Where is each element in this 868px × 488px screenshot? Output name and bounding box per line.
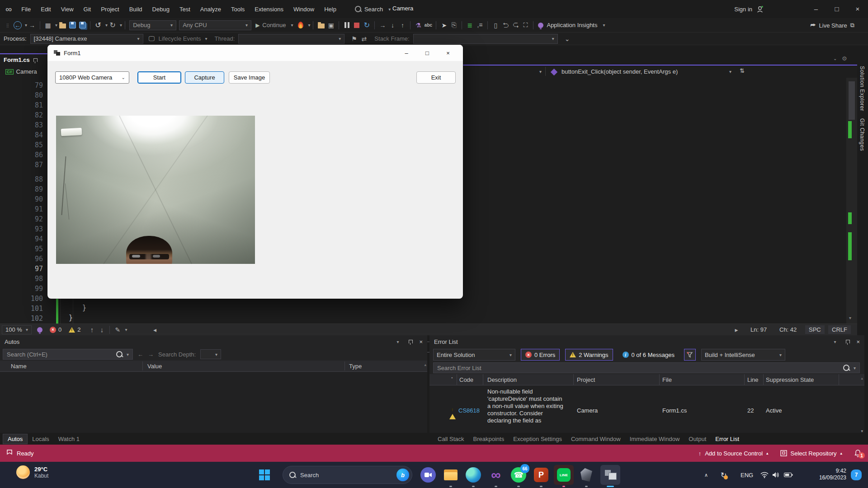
scroll-up-icon[interactable]: ▴ (424, 362, 426, 367)
warning-count-icon[interactable] (69, 327, 75, 333)
form-maximize-button[interactable]: □ (417, 45, 438, 61)
menu-file[interactable]: File (16, 6, 36, 13)
sync-status-icon[interactable]: ↻ (721, 462, 726, 488)
tab-locals[interactable]: Locals (28, 434, 54, 444)
live-share-button[interactable]: ⮫ Live Share ⧉ (810, 18, 854, 33)
column-description[interactable]: Description (487, 376, 517, 383)
menu-help[interactable]: Help (319, 6, 341, 13)
search-menu-button[interactable]: Search ▾ (355, 6, 391, 13)
menu-project[interactable]: Project (96, 6, 124, 13)
pause-icon[interactable] (342, 20, 352, 30)
hot-reload-icon[interactable] (296, 20, 306, 30)
search-depth-combo[interactable]: ▾ (200, 349, 221, 359)
menu-edit[interactable]: Edit (36, 6, 56, 13)
whatsapp-button[interactable]: ☎ 66 (509, 465, 528, 485)
scrollbar-thumb[interactable] (849, 81, 855, 120)
close-icon[interactable]: × (419, 338, 423, 345)
autos-body[interactable] (0, 372, 427, 433)
panel-menu-chevron-icon[interactable]: ▾ (834, 339, 836, 344)
previous-issue-icon[interactable]: ↑ (87, 325, 97, 335)
save-image-button[interactable]: Save Image (229, 71, 270, 84)
new-project-icon[interactable]: ▦ (43, 20, 53, 30)
minimize-button[interactable]: – (806, 0, 826, 17)
obsidian-button[interactable] (576, 465, 596, 485)
tab-list-chevron-icon[interactable]: ⌄ (833, 56, 837, 61)
error-row[interactable]: CS8618 Non-nullable field 'captureDevice… (429, 385, 864, 435)
device-portrait-icon[interactable]: ▯ (491, 20, 500, 30)
exit-button[interactable]: Exit (416, 71, 456, 84)
scroll-left-icon[interactable]: ◂ (150, 325, 160, 335)
tab-call-stack[interactable]: Call Stack (433, 434, 469, 444)
save-all-icon[interactable] (77, 20, 87, 30)
indent-icon[interactable]: ⹁≡ (475, 20, 485, 30)
column-line[interactable]: Line (747, 376, 759, 383)
tab-exception-settings[interactable]: Exception Settings (509, 434, 566, 444)
column-value[interactable]: Value (147, 363, 162, 370)
sidebar-tab-git-changes[interactable]: Git Changes (859, 118, 865, 151)
scrollbar-down-arrow-icon[interactable]: ▾ (849, 315, 851, 320)
visual-studio-button[interactable]: ∞ (486, 465, 506, 485)
select-repository-button[interactable]: Select Repository ▴ (780, 450, 842, 457)
messages-toggle-button[interactable]: i 0 of 6 Messages (618, 349, 679, 361)
error-list-titlebar[interactable]: Error List ▾ × (429, 335, 864, 348)
breadcrumb-type[interactable]: Camera (16, 68, 37, 75)
powerpoint-button[interactable]: P (531, 465, 551, 485)
error-list-search-input[interactable]: Search Error List ▾ (433, 362, 860, 373)
column-code[interactable]: Code (459, 376, 473, 383)
menu-test[interactable]: Test (175, 6, 195, 13)
file-explorer-button[interactable] (441, 465, 461, 485)
solution-configuration-combo[interactable]: Debug▾ (129, 20, 176, 30)
column-suppression-state[interactable]: Suppression State (766, 376, 814, 383)
tab-breakpoints[interactable]: Breakpoints (469, 434, 509, 444)
indent-mode[interactable]: SPC (805, 325, 825, 334)
process-combo[interactable]: [32448] Camera.exe▾ (30, 34, 143, 44)
menu-window[interactable]: Window (288, 6, 319, 13)
caret-down-icon[interactable]: ⌄ (562, 34, 572, 44)
pin-icon[interactable] (409, 340, 413, 343)
navigate-back-icon[interactable]: ← (14, 21, 22, 29)
thread-combo[interactable]: ▾ (238, 34, 344, 44)
language-indicator[interactable]: ENG (741, 462, 753, 488)
breadcrumb-member[interactable]: buttonExit_Click(object sender, EventArg… (561, 68, 678, 75)
weather-widget[interactable]: 29°C Kabut (16, 465, 48, 479)
form-minimize-button[interactable]: – (396, 45, 417, 61)
tray-overflow-button[interactable]: ∧ (704, 462, 708, 488)
filter-button[interactable] (684, 349, 696, 361)
next-issue-icon[interactable]: ↓ (97, 325, 107, 335)
text-visualizer-icon[interactable]: abc (423, 20, 433, 30)
undo-icon[interactable]: ↺ (93, 20, 103, 30)
form-close-button[interactable]: × (438, 45, 458, 61)
menu-view[interactable]: View (56, 6, 79, 13)
sign-in-button[interactable]: Sign in (734, 0, 764, 18)
menu-build[interactable]: Build (124, 6, 147, 13)
battery-icon[interactable] (784, 462, 793, 488)
chevron-down-icon[interactable]: ▾ (125, 327, 127, 332)
close-button[interactable]: × (847, 0, 868, 17)
menu-git[interactable]: Git (79, 6, 96, 13)
volume-icon[interactable] (772, 462, 779, 488)
error-list-column-headers[interactable]: ▪ Code Description Project File Line Sup… (429, 374, 864, 385)
taskbar-search[interactable]: Search b (283, 466, 412, 484)
test-explorer-icon[interactable]: ⚗ (413, 20, 423, 30)
continue-button[interactable]: ▶ Continue ▾ (255, 22, 293, 28)
clock[interactable]: 9:42 16/09/2023 (807, 462, 846, 488)
form1-titlebar[interactable]: Form1 – □ × (47, 45, 463, 61)
error-count-icon[interactable]: × (50, 327, 56, 333)
preview-window-icon[interactable]: ▣ (326, 20, 336, 30)
add-to-source-control-button[interactable]: ↑ Add to Source Control ▴ (698, 450, 769, 457)
scroll-right-icon[interactable]: ▸ (731, 325, 741, 335)
tab-error-list[interactable]: Error List (711, 434, 744, 444)
lifecycle-events-label[interactable]: Lifecycle Events (159, 35, 201, 42)
scroll-up-icon[interactable]: ▴ (861, 376, 863, 380)
error-count[interactable]: 0 (58, 326, 61, 333)
tab-form1cs[interactable]: Form1.cs (0, 53, 48, 66)
tab-output[interactable]: Output (684, 434, 711, 444)
close-icon[interactable]: × (856, 338, 860, 345)
line-ending-mode[interactable]: CRLF (828, 325, 851, 334)
menu-debug[interactable]: Debug (147, 6, 175, 13)
camera-device-combo[interactable]: 1080P Web Camera ⌄ (55, 71, 129, 84)
notification-center-button[interactable]: 7 (851, 462, 862, 488)
flag-threads-icon[interactable]: ⚑ (349, 34, 359, 44)
menu-analyze[interactable]: Analyze (195, 6, 226, 13)
navigate-forward-icon[interactable]: → (27, 20, 37, 30)
